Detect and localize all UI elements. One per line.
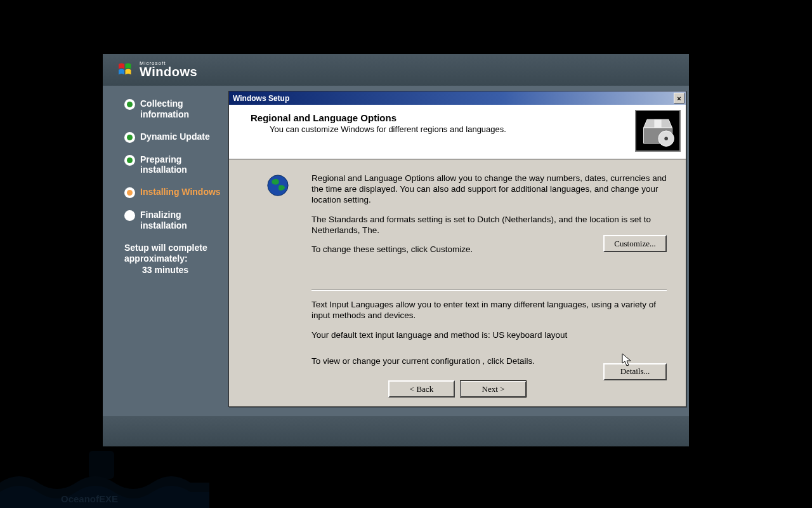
windows-flag-icon xyxy=(117,60,136,79)
step-preparing: Preparing installation xyxy=(124,154,223,176)
para-standards: The Standards and formats setting is set… xyxy=(311,215,667,236)
progress-sidebar: Collecting information Dynamic Update Pr… xyxy=(103,86,228,415)
wizard-header: Regional and Language Options You can cu… xyxy=(229,105,686,159)
svg-rect-7 xyxy=(89,451,114,479)
setup-box-icon xyxy=(635,110,681,152)
wizard-subtitle: You can customize Windows for different … xyxy=(270,124,677,134)
step-dynamic-update: Dynamic Update xyxy=(124,131,223,143)
bullet-pending-icon xyxy=(124,210,135,221)
step-installing: Installing Windows xyxy=(124,187,223,198)
para-regional-intro: Regional and Language Options allow you … xyxy=(311,173,667,206)
brand-big: Windows xyxy=(140,65,197,79)
bullet-done-icon xyxy=(124,99,135,110)
back-button[interactable]: < Back xyxy=(388,380,455,398)
wizard-window: Windows Setup × Regional and Language Op… xyxy=(228,91,686,407)
svg-marker-2 xyxy=(654,119,661,128)
watermark-text: OceanofEXE xyxy=(61,493,118,504)
details-button[interactable]: Details... xyxy=(603,363,667,380)
divider xyxy=(311,290,667,291)
header-bar: Microsoft Windows xyxy=(103,54,689,86)
watermark: OceanofEXE xyxy=(0,438,209,508)
para-default-language: Your default text input language and met… xyxy=(311,330,667,341)
bullet-done-icon xyxy=(124,132,135,143)
installer-frame: Microsoft Windows Collecting information… xyxy=(103,54,689,446)
step-finalizing: Finalizing installation xyxy=(124,210,223,231)
bullet-current-icon xyxy=(124,187,135,198)
para-customize-prompt: To change these settings, click Customiz… xyxy=(311,244,473,254)
wizard-title: Regional and Language Options xyxy=(251,112,677,123)
para-text-input: Text Input Languages allow you to enter … xyxy=(311,300,667,321)
wizard-body: Regional and Language Options allow you … xyxy=(229,159,686,406)
wizard-titlebar-text: Windows Setup xyxy=(233,94,289,103)
globe-icon xyxy=(266,173,290,197)
wizard-titlebar: Windows Setup × xyxy=(229,91,686,105)
svg-point-4 xyxy=(664,137,668,140)
bullet-done-icon xyxy=(124,155,135,166)
next-button[interactable]: Next > xyxy=(460,380,527,398)
step-collecting: Collecting information xyxy=(124,98,223,120)
customize-button[interactable]: Customize... xyxy=(603,235,667,252)
complete-time: 33 minutes xyxy=(142,265,223,276)
complete-label: Setup will complete approximately: xyxy=(124,243,223,265)
close-button[interactable]: × xyxy=(674,93,684,104)
para-details-prompt: To view or change your current configura… xyxy=(311,356,535,366)
